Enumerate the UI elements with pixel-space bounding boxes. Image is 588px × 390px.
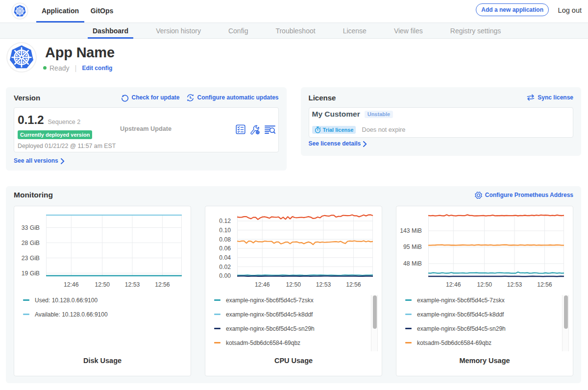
svg-text:48 MiB: 48 MiB	[403, 260, 422, 267]
svg-text:12:53: 12:53	[316, 281, 331, 288]
svg-text:12:56: 12:56	[537, 281, 552, 288]
svg-text:0.02: 0.02	[219, 264, 231, 270]
svg-text:12:50: 12:50	[286, 281, 301, 288]
svg-text:23 GiB: 23 GiB	[22, 255, 40, 262]
svg-text:19 GiB: 19 GiB	[22, 270, 40, 277]
svg-text:12:53: 12:53	[507, 281, 522, 288]
svg-text:0.06: 0.06	[219, 245, 231, 252]
svg-text:0.12: 0.12	[219, 218, 231, 224]
svg-text:0.00: 0.00	[219, 272, 231, 279]
svg-text:12:46: 12:46	[446, 281, 461, 288]
svg-text:12:53: 12:53	[125, 281, 140, 288]
svg-text:33 GiB: 33 GiB	[22, 224, 40, 231]
svg-text:12:50: 12:50	[95, 281, 110, 288]
svg-text:0.08: 0.08	[219, 236, 231, 243]
svg-text:95 MiB: 95 MiB	[403, 244, 422, 250]
svg-text:12:50: 12:50	[477, 281, 492, 288]
svg-text:143 MiB: 143 MiB	[400, 227, 422, 234]
svg-text:28 GiB: 28 GiB	[22, 240, 40, 246]
svg-text:12:56: 12:56	[346, 281, 361, 288]
svg-text:0.04: 0.04	[219, 254, 231, 261]
svg-text:0.10: 0.10	[219, 227, 231, 234]
svg-text:12:46: 12:46	[64, 281, 79, 288]
svg-text:12:46: 12:46	[255, 281, 270, 288]
svg-text:12:56: 12:56	[155, 281, 170, 288]
